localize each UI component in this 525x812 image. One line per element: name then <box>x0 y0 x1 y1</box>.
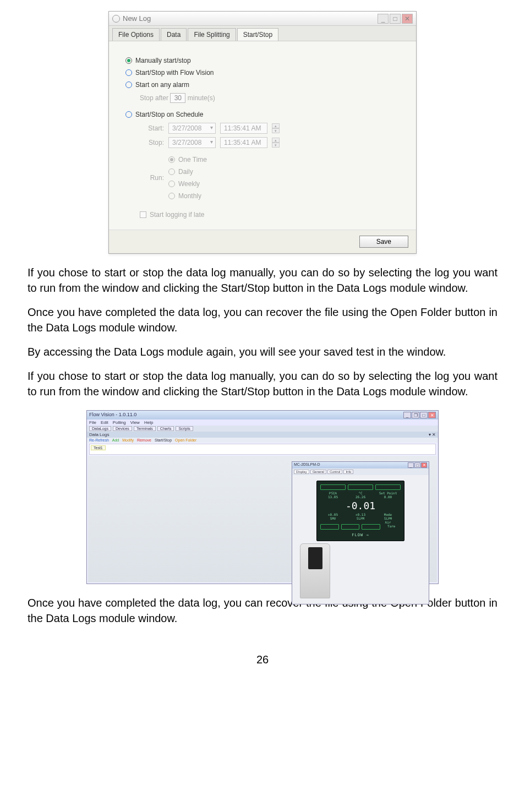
run-daily[interactable]: Daily <box>168 168 207 176</box>
radio-manually[interactable]: Manually start/stop <box>125 57 400 64</box>
fv-toolbar: Re-Refresh Add Modify Remove Start/Stop … <box>87 438 438 443</box>
dev-tab-info[interactable]: Info <box>343 470 353 474</box>
stop-time-input[interactable]: 11:35:41 AM <box>220 137 267 148</box>
schedule-run-row: Run: One Time Daily Weekly Monthly <box>140 151 400 204</box>
tab-data[interactable]: Data <box>161 28 187 41</box>
stop-after-input[interactable]: 30 <box>170 93 185 103</box>
toptab-datalogs[interactable]: DataLogs <box>89 426 111 431</box>
device-titlebar: MC-20SLPM-D _ □ ✕ <box>292 462 429 468</box>
flow-vision-figure: Flow Vision - 1.0.11.0 _ ❐ □ ✕ File Edit… <box>28 410 497 584</box>
radio-schedule[interactable]: Start/Stop on Schedule <box>125 111 400 118</box>
psia-label: PSIA <box>320 491 346 495</box>
fv-list: Test1 <box>89 444 436 455</box>
toptab-charts[interactable]: Charts <box>157 426 174 431</box>
menu-view[interactable]: View <box>130 420 140 425</box>
menu-help[interactable]: Help <box>144 420 153 425</box>
tab-content: Manually start/stop Start/Stop with Flow… <box>109 41 416 230</box>
start-if-late-checkbox[interactable] <box>140 211 146 218</box>
page-number: 26 <box>28 653 497 666</box>
smv-label: SMV <box>320 516 346 520</box>
tare-button[interactable]: Tare <box>382 524 401 531</box>
start-if-late-row[interactable]: Start logging if late <box>140 211 400 219</box>
paragraph-3: By accessing the Data Logs module again,… <box>28 344 497 359</box>
window-title: New Log <box>123 14 151 23</box>
list-item-test1[interactable]: Test1 <box>91 445 106 450</box>
start-time-spinner[interactable]: ▴▾ <box>272 123 280 133</box>
radio-flow-vision-label: Start/Stop with Flow Vision <box>135 69 214 77</box>
menu-polling[interactable]: Polling <box>113 420 126 425</box>
dev-tab-display[interactable]: Display <box>294 470 309 474</box>
fv-titlebar: Flow Vision - 1.0.11.0 _ ❐ □ ✕ <box>87 411 438 419</box>
device-title: MC-20SLPM-D <box>294 462 320 468</box>
start-time-input[interactable]: 11:35:41 AM <box>220 123 267 134</box>
gas-value: Air <box>375 520 401 524</box>
close-button[interactable]: ✕ <box>402 14 413 24</box>
fv-top-tabstrip: DataLogs Devices Terminals Charts Script… <box>87 426 438 432</box>
paragraph-2: Once you have completed the data log, yo… <box>28 304 497 335</box>
device-image <box>300 543 330 598</box>
fv-minimize-button[interactable]: _ <box>403 412 411 418</box>
toptab-devices[interactable]: Devices <box>113 426 132 431</box>
stop-date-dropdown[interactable]: 3/27/2008 <box>168 137 216 148</box>
psia-value: 13.85 <box>320 495 346 499</box>
fv-canvas: MC-20SLPM-D _ □ ✕ Display General Contro… <box>88 456 437 582</box>
smv-value: +0.05 <box>320 513 346 516</box>
tb-refresh[interactable]: Re-Refresh <box>89 438 109 442</box>
slpm-value: +0.13 <box>348 513 373 516</box>
temp-label: °C <box>348 491 373 495</box>
tab-file-splitting[interactable]: File Splitting <box>188 28 236 41</box>
app-icon <box>112 15 120 23</box>
tb-remove[interactable]: Remove <box>137 438 151 442</box>
stop-after-row: Stop after 30 minute(s) <box>140 93 400 103</box>
tab-file-options[interactable]: File Options <box>112 28 160 41</box>
save-button[interactable]: Save <box>359 236 408 248</box>
flow-label: FLOW → <box>320 533 401 537</box>
run-weekly[interactable]: Weekly <box>168 180 207 188</box>
dialog-figure: New Log _ □ ✕ File Options Data File Spl… <box>28 11 497 254</box>
radio-flow-vision[interactable]: Start/Stop with Flow Vision <box>125 69 400 77</box>
run-monthly[interactable]: Monthly <box>168 192 207 200</box>
tab-start-stop[interactable]: Start/Stop <box>237 28 278 41</box>
start-date-dropdown[interactable]: 3/27/2008 <box>168 123 216 134</box>
fv-section-header: Data Logs ▾ ✕ <box>87 432 438 438</box>
device-screen: PSIA13.85 °C26.26 Set Point0.00 -0.01 +0… <box>316 481 404 541</box>
paragraph-1: If you chose to start or stop the data l… <box>28 265 497 296</box>
start-if-late-label: Start logging if late <box>150 211 204 219</box>
dev-minimize-button[interactable]: _ <box>408 462 414 468</box>
dev-close-button[interactable]: ✕ <box>421 462 427 468</box>
stop-time-spinner[interactable]: ▴▾ <box>272 138 280 148</box>
tb-add[interactable]: Add <box>112 438 119 442</box>
mode-label: Mode <box>375 513 401 516</box>
device-window: MC-20SLPM-D _ □ ✕ Display General Contro… <box>292 461 429 604</box>
slpm-label: SLPM <box>348 516 373 520</box>
fv-menubar: File Edit Polling View Help <box>87 419 438 426</box>
dev-tab-control[interactable]: Control <box>327 470 342 474</box>
toptab-scripts[interactable]: Scripts <box>176 426 193 431</box>
tb-start-stop[interactable]: Start/Stop <box>155 438 172 442</box>
fv-restore-button[interactable]: ❐ <box>412 412 419 418</box>
tb-open-folder[interactable]: Open Folder <box>175 438 196 442</box>
dev-tab-general[interactable]: General <box>310 470 326 474</box>
radio-on-alarm[interactable]: Start on any alarm <box>125 81 400 89</box>
stop-after-suffix: minute(s) <box>188 94 215 102</box>
radio-schedule-label: Start/Stop on Schedule <box>135 111 203 118</box>
fv-maximize-button[interactable]: □ <box>420 412 428 418</box>
tab-strip: File Options Data File Splitting Start/S… <box>109 26 416 41</box>
radio-on-alarm-label: Start on any alarm <box>135 81 189 89</box>
fv-section-controls[interactable]: ▾ ✕ <box>429 432 436 437</box>
new-log-dialog: New Log _ □ ✕ File Options Data File Spl… <box>108 11 417 254</box>
button-bar: Save <box>109 230 416 253</box>
toptab-terminals[interactable]: Terminals <box>134 426 156 431</box>
dev-maximize-button[interactable]: □ <box>414 462 420 468</box>
stop-label: Stop: <box>140 139 164 146</box>
run-one-time[interactable]: One Time <box>168 156 207 164</box>
maximize-button[interactable]: □ <box>390 14 401 24</box>
menu-edit[interactable]: Edit <box>101 420 108 425</box>
fv-close-button[interactable]: ✕ <box>428 412 436 418</box>
tb-modify[interactable]: Modify <box>122 438 134 442</box>
titlebar: New Log _ □ ✕ <box>109 12 416 26</box>
device-main-value: -0.01 <box>320 500 401 511</box>
menu-file[interactable]: File <box>89 420 96 425</box>
stop-after-prefix: Stop after <box>140 94 168 102</box>
minimize-button[interactable]: _ <box>378 14 389 24</box>
